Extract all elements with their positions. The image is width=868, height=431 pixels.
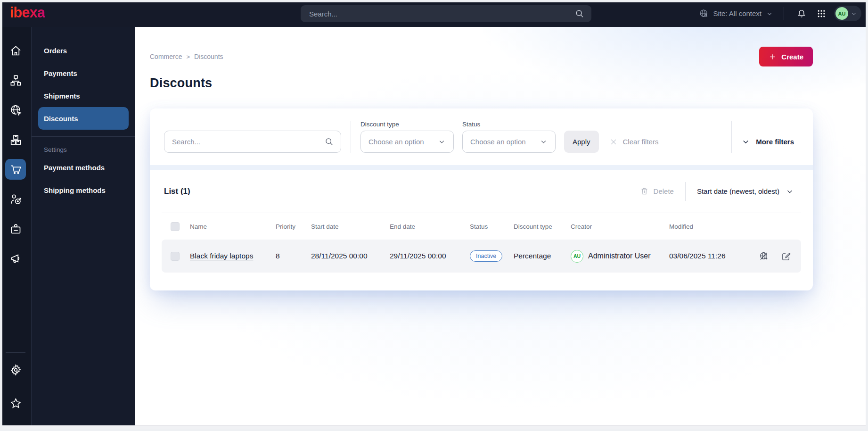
sidebar-item-site[interactable] [5,99,26,120]
bell-icon [796,8,807,19]
globe-strikethrough-icon[interactable] [759,251,770,262]
star-icon [9,397,22,410]
select-all-checkbox[interactable] [171,222,180,231]
sidebar-item-corporate[interactable] [5,218,26,239]
column-priority: Priority [276,223,311,230]
content-header: Commerce > Discounts Create [150,47,813,66]
chevron-down-icon [741,137,750,146]
sort-dropdown[interactable]: Start date (newest, oldest) [697,187,794,196]
more-filters-button[interactable]: More filters [741,131,794,153]
main-content: Commerce > Discounts Create Discounts [135,27,868,431]
sidebar-item-commerce[interactable] [5,159,26,180]
menu-item-orders[interactable]: Orders [32,39,135,62]
delete-button[interactable]: Delete [640,187,674,196]
filter-divider [351,121,351,153]
sidebar-item-settings[interactable] [5,359,26,380]
column-start-date: Start date [311,223,390,230]
global-search-input[interactable] [309,10,574,18]
sidebar-divider [6,386,25,386]
site-context-selector[interactable]: Site: All context [699,8,773,18]
breadcrumb-commerce[interactable]: Commerce [150,53,182,60]
row-discount-type: Percentage [514,252,571,260]
avatar[interactable]: AU [835,7,848,20]
filters-bar: Discount type Choose an option Status Ch… [150,108,813,165]
column-status: Status [470,223,514,230]
page-title: Discounts [150,76,868,91]
menu-item-shipments[interactable]: Shipments [32,84,135,107]
row-checkbox[interactable] [171,252,180,261]
discount-type-select[interactable]: Choose an option [360,131,454,153]
creator-name: Administrator User [588,252,650,260]
grid-icon [817,9,826,18]
badge-icon [9,223,22,235]
customer-target-icon [9,193,22,206]
megaphone-icon [9,252,22,265]
notifications-button[interactable] [794,7,809,21]
filter-search-input[interactable] [172,138,324,146]
search-icon[interactable] [324,137,334,147]
home-icon [9,44,22,57]
topbar-divider [784,7,784,20]
menu-section-label: Settings [32,137,135,156]
column-name: Name [190,223,276,230]
sidebar-item-product-catalog[interactable] [5,129,26,150]
chevron-down-icon [766,10,773,17]
column-end-date: End date [390,223,470,230]
main-sidebar [0,27,31,431]
sidebar-divider [6,352,25,353]
clear-filters-label: Clear filters [623,138,659,146]
user-menu[interactable]: AU [834,6,861,21]
breadcrumb-separator: > [186,53,190,60]
commerce-menu: Orders Payments Shipments Discounts Sett… [31,27,135,431]
list-header: List (1) Delete Start date (newest, olde… [162,170,801,213]
menu-item-payment-methods[interactable]: Payment methods [32,156,135,179]
more-filters-label: More filters [756,138,794,146]
ibexa-logo[interactable]: ibexa [10,4,45,21]
global-search[interactable] [301,5,591,22]
list-section: List (1) Delete Start date (newest, olde… [150,170,813,290]
search-icon[interactable] [574,8,585,19]
list-actions: Delete Start date (newest, oldest) [640,182,794,201]
creator-avatar: AU [571,250,583,263]
filter-divider [731,121,732,153]
content-tree-icon [9,74,22,87]
status-select[interactable]: Choose an option [462,131,556,153]
chevron-down-icon [851,10,857,17]
row-actions [759,251,801,262]
apply-button[interactable]: Apply [564,131,599,153]
app-switcher-button[interactable] [814,7,828,21]
sidebar-item-customers[interactable] [5,189,26,209]
list-actions-divider [685,182,686,201]
breadcrumb-discounts[interactable]: Discounts [194,53,223,60]
discounts-table: Name Priority Start date End date Status… [162,213,801,273]
sidebar-item-content-tree[interactable] [5,70,26,91]
topbar-right: Site: All context AU [699,0,861,27]
clear-filters-button[interactable]: Clear filters [609,131,659,153]
sidebar-item-marketing[interactable] [5,248,26,269]
discount-name-link[interactable]: Black friday laptops [190,252,253,260]
row-start-date: 28/11/2025 00:00 [311,252,390,260]
discounts-panel: Discount type Choose an option Status Ch… [150,108,813,290]
status-label: Status [462,121,556,128]
discount-type-filter: Discount type Choose an option [360,121,454,153]
discount-type-label: Discount type [360,121,454,128]
menu-item-discounts[interactable]: Discounts [38,107,129,130]
discount-type-value: Choose an option [368,138,424,146]
sort-label: Start date (newest, oldest) [697,187,779,195]
chevron-down-icon [438,138,446,146]
menu-item-payments[interactable]: Payments [32,62,135,84]
column-creator: Creator [571,223,669,230]
menu-item-shipping-methods[interactable]: Shipping methods [32,179,135,201]
create-button[interactable]: Create [759,47,813,66]
sidebar-item-home[interactable] [5,40,26,61]
edit-icon[interactable] [781,251,792,262]
horizontal-scrollbar[interactable] [0,425,868,431]
table-header: Name Priority Start date End date Status… [162,213,801,240]
column-discount-type: Discount type [514,223,571,230]
chevron-down-icon [786,187,794,196]
plus-icon [769,53,777,61]
row-end-date: 29/11/2025 00:00 [390,252,470,260]
filter-search[interactable] [164,131,341,153]
sidebar-item-bookmarks[interactable] [5,393,26,414]
delete-button-label: Delete [654,187,674,195]
